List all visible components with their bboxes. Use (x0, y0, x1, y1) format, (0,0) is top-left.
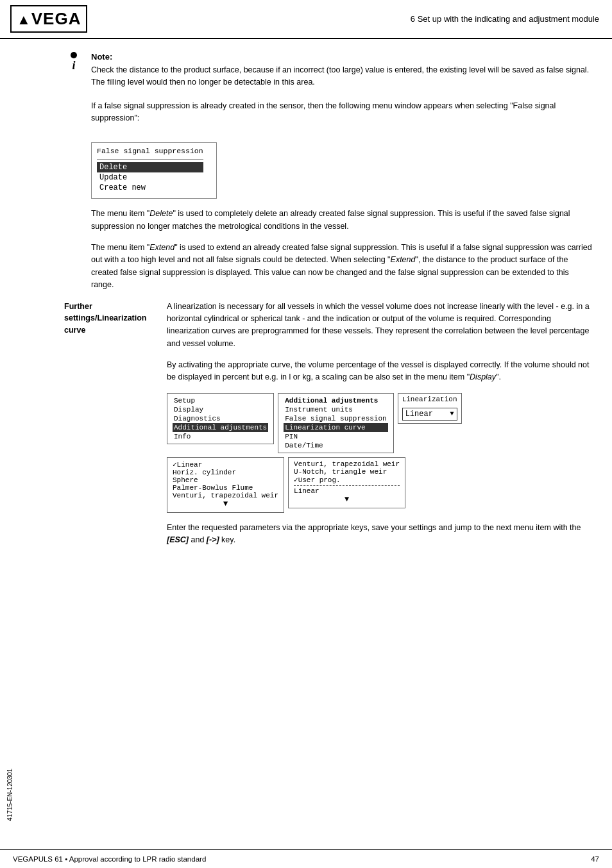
note-text-content: Check the distance to the product surfac… (91, 65, 589, 87)
para-delete: The menu item "Delete" is used to comple… (91, 208, 593, 233)
menu-item-update: Update (97, 172, 203, 183)
right-curve-panel: Venturi, trapezoidal weir U-Notch, trian… (288, 457, 405, 508)
page-footer: VEGAPULS 61 • Approval according to LPR … (0, 849, 612, 868)
curve-linear: ✓Linear (173, 460, 278, 469)
submenu-linearization-curve: Linearization curve (284, 423, 387, 432)
logo-area: ▲VEGA (10, 5, 87, 33)
section-body: A linearization is necessary for all ves… (167, 301, 593, 556)
section-para1: A linearization is necessary for all ves… (167, 301, 593, 351)
note-para2-area: If a false signal suppression is already… (64, 100, 593, 292)
sidebar-label: 41715-EN-120301 (6, 769, 13, 821)
left-sidebar: 41715-EN-120301 (0, 39, 51, 860)
section-label-text: Further settings/Linearization curve (64, 302, 147, 335)
footer-left-text: VEGAPULS 61 • Approval according to LPR … (13, 855, 206, 863)
main-menu-inner: Setup Display Diagnostics Additional adj… (167, 394, 273, 444)
note-title: Note: (91, 52, 593, 62)
false-signal-menu-title: False signal suppression (97, 147, 203, 155)
further-settings-section: Further settings/Linearization curve A l… (64, 301, 593, 556)
screenshot-row1: Setup Display Diagnostics Additional adj… (167, 393, 593, 453)
note-para2: If a false signal suppression is already… (91, 100, 593, 125)
right-u-notch: U-Notch, triangle weir (294, 468, 400, 476)
extend-italic2: Extend (391, 255, 416, 264)
para-extend: The menu item "Extend" is used to extend… (91, 242, 593, 292)
additional-adjustments-inner: Additional adjustments Instrument units … (278, 394, 393, 453)
submenu-title: Additional adjustments (284, 396, 387, 405)
right-linear: Linear (294, 487, 400, 495)
arrow-key: [->] (207, 535, 219, 544)
submenu-date-time: Date/Time (284, 441, 387, 450)
submenu-pin: PIN (284, 432, 387, 441)
lin-dropdown[interactable]: Linear ▼ (402, 408, 457, 421)
linearization-panel: Linearization Linear ▼ (398, 393, 462, 424)
curve-venturi: Venturi, trapezoidal weir (173, 492, 278, 499)
menu-item-create-new: Create new (97, 183, 203, 193)
delete-italic: Delete (149, 209, 173, 218)
lin-value: Linear (405, 410, 450, 419)
chapter-title: 6 Set up with the indicating and adjustm… (411, 14, 599, 24)
separator (294, 485, 400, 486)
section-label: Further settings/Linearization curve (64, 301, 167, 556)
submenu-false-signal: False signal suppression (284, 414, 387, 423)
footer-page-number: 47 (591, 855, 599, 863)
main-content: i Note: Check the distance to the produc… (51, 39, 612, 860)
additional-adjustments-panel: Additional adjustments Instrument units … (278, 393, 393, 453)
curve-sphere: Sphere (173, 476, 278, 484)
curve-palmer: Palmer-Bowlus Flume (173, 484, 278, 492)
esc-key: [ESC] (167, 535, 189, 544)
section-para1-text: A linearization is necessary for all ves… (167, 302, 590, 348)
page-layout: 41715-EN-120301 i Note: Check the distan… (0, 39, 612, 860)
note-text: Check the distance to the product surfac… (91, 64, 593, 88)
menu-info: Info (173, 432, 268, 441)
footer-para: Enter the requested parameters via the a… (167, 522, 593, 547)
lin-title: Linearization (398, 394, 461, 405)
logo-text: VEGA (31, 9, 81, 28)
note-i-icon: i (72, 60, 75, 71)
note-icon-area: i (64, 52, 83, 88)
menu-diagnostics: Diagnostics (173, 414, 268, 423)
vega-logo: ▲VEGA (10, 5, 87, 33)
right-user-prog: ✓User prog. (294, 476, 400, 484)
right-venturi: Venturi, trapezoidal weir (294, 460, 400, 468)
submenu-instrument-units: Instrument units (284, 405, 387, 414)
note-content: Note: Check the distance to the product … (91, 52, 593, 88)
main-menu-panel: Setup Display Diagnostics Additional adj… (167, 393, 274, 444)
curve-menu-panel: ✓Linear Horiz. cylinder Sphere Palmer-Bo… (167, 457, 284, 513)
page-header: ▲VEGA 6 Set up with the indicating and a… (0, 0, 612, 39)
curve-scroll-down-icon: ▼ (173, 499, 278, 508)
menu-display: Display (173, 405, 268, 414)
menu-title-text: False signal suppression (97, 147, 203, 155)
menu-item-delete: Delete (97, 162, 203, 172)
section-para2: By activating the appropriate curve, the… (167, 359, 593, 384)
extend-italic: Extend (149, 243, 174, 252)
dropdown-arrow-icon: ▼ (450, 410, 454, 417)
right-scroll-down-icon: ▼ (294, 495, 400, 504)
menu-additional-adjustments: Additional adjustments (173, 423, 268, 432)
screenshot-row2: ✓Linear Horiz. cylinder Sphere Palmer-Bo… (167, 457, 593, 513)
false-signal-menu-box: False signal suppression Delete Update C… (91, 142, 217, 199)
note-section: i Note: Check the distance to the produc… (64, 52, 593, 88)
note-text2-content: If a false signal suppression is already… (91, 101, 556, 122)
display-italic: Display (470, 372, 496, 381)
menu-setup: Setup (173, 396, 268, 405)
note-dot-icon (71, 52, 77, 58)
curve-horiz-cylinder: Horiz. cylinder (173, 469, 278, 476)
